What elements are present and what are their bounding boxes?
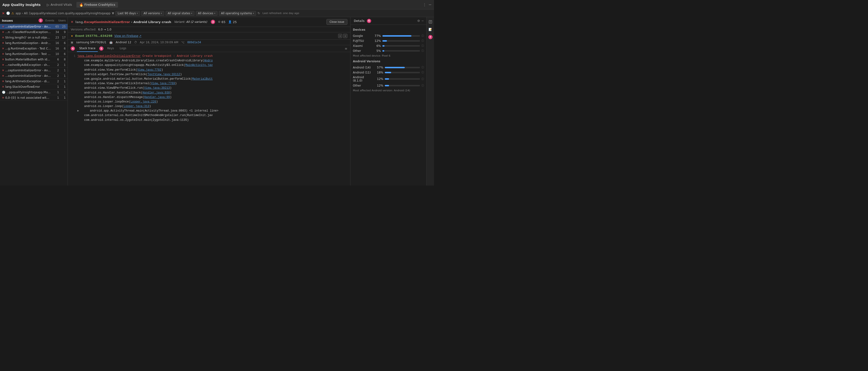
class-ref-link[interactable]: View.java:7792 <box>137 68 161 72</box>
issue-row[interactable]: ✕ String.length()' on a null object refe… <box>0 35 68 40</box>
info-icon[interactable]: ⓘ <box>422 49 424 53</box>
line-number <box>71 77 75 81</box>
commit-icon: ⌥ <box>181 41 184 44</box>
class-ref-link[interactable]: View.java:30213 <box>144 86 170 90</box>
issue-row[interactable]: 🕐 ...ppqualityinsightsqaapp.MainActivity… <box>0 90 68 95</box>
issue-row[interactable]: ✕ button.MaterialButton with id 'button'… <box>0 57 68 62</box>
panel-tab-details[interactable]: Details <box>353 19 366 23</box>
issue-users: 1 <box>60 69 66 72</box>
stack-line: com.android.internal.os.RuntimeInit$Meth… <box>71 113 347 118</box>
issue-text: lang.RuntimeException - Android Library … <box>5 41 51 45</box>
device-name-label: Other <box>353 49 372 53</box>
stack-line: com.google.android.material.button.Mater… <box>71 77 347 81</box>
issue-row[interactable]: ✕ lang.ArithmeticException - divide by z… <box>0 79 68 84</box>
timestamp: Apr 18, 2024, 10:39:09 AM <box>140 41 179 44</box>
trace-filter-icon[interactable]: ≡ <box>345 47 347 50</box>
issue-row[interactable]: ✕ ...n - ClassNotFoundException at java … <box>0 30 68 35</box>
device-row: FUJITSU 12% ⓘ <box>353 38 424 43</box>
issue-users: 1 <box>60 74 66 77</box>
stack-line: android.os.Handler.handleCallback(Handle… <box>71 91 347 95</box>
info-icon[interactable]: ⓘ <box>422 44 424 47</box>
info-icon[interactable]: ⓘ <box>422 39 424 42</box>
info-icon[interactable]: ⓘ <box>422 71 424 74</box>
users-col-label: Users <box>55 19 66 22</box>
issue-row[interactable]: ✕ lang.RuntimeException - Test Crash vcs… <box>0 52 68 57</box>
progress-bar <box>385 72 420 73</box>
issue-events: 2 <box>52 69 59 72</box>
filter-last-90-days[interactable]: Last 90 days ▾ <box>115 11 140 16</box>
issue-row[interactable]: ✕ 0,0-{0} is not associated with a Fragm… <box>0 95 68 101</box>
issue-row[interactable]: ✕ lang.StackOverflowError 1 1 <box>0 84 68 90</box>
class-ref-link[interactable]: MainActivity.jav <box>185 64 213 67</box>
tab-android-vitals[interactable]: ▷ Android Vitals <box>44 2 75 8</box>
class-ref-link[interactable]: Looper.java:226 <box>130 100 156 103</box>
tab-logs[interactable]: Logs <box>117 45 129 52</box>
line-number <box>71 86 75 90</box>
progress-bar <box>385 78 420 80</box>
more-icon[interactable]: ⋮ <box>423 2 427 7</box>
issue-events: 65 <box>52 25 59 28</box>
issue-row[interactable]: ✕ ...g.RuntimeException - Test Crash new… <box>0 46 68 52</box>
filter-operating-systems[interactable]: All operating systems ▾ <box>219 11 256 16</box>
issue-row[interactable]: ✕ ...ceptionInInitializerError - Android… <box>0 68 68 73</box>
tab-keys[interactable]: Keys <box>105 45 116 52</box>
filter-signal-states[interactable]: All signal states ▾ <box>165 11 194 16</box>
progress-bar <box>382 40 420 42</box>
panel-minimize-icon[interactable]: − <box>422 19 424 23</box>
minimize-icon[interactable]: − <box>429 2 432 7</box>
external-link-icon: ↗ <box>139 34 141 38</box>
class-ref-link[interactable]: View.java:7769 <box>151 82 175 85</box>
issue-text: String.length()' on a null object refere… <box>5 36 51 39</box>
next-event-button[interactable]: › <box>343 34 347 38</box>
info-icon[interactable]: ⓘ <box>422 66 424 69</box>
most-affected-device: Most affected device: Pixel 6 <box>353 54 424 57</box>
versions-value: 6.0 → 1.0 <box>98 28 111 31</box>
filter-all-versions[interactable]: All versions ▾ <box>141 11 164 16</box>
devices-section-title: Devices <box>353 28 424 31</box>
issue-text: ...n - ClassNotFoundException at java li… <box>5 30 51 34</box>
issue-title: lang.ExceptionInInitializerError - Andro… <box>75 20 171 24</box>
error-icon: ✕ <box>2 96 4 99</box>
class-ref-link[interactable]: TextView.java:16112 <box>148 73 180 76</box>
class-ref-link[interactable]: MaterialButt <box>192 77 213 80</box>
view-on-firebase-link[interactable]: View on Firebase ↗ <box>114 34 141 38</box>
chevron-down-icon: ▾ <box>161 12 162 14</box>
close-issue-button[interactable]: Close issue <box>327 19 347 25</box>
prev-event-button[interactable]: ‹ <box>338 34 342 38</box>
info-icon[interactable]: ⓘ <box>422 34 424 38</box>
class-ref-link[interactable]: Andro <box>204 59 213 62</box>
sidebar-details-icon[interactable] <box>428 19 433 25</box>
class-ref-link[interactable]: Handler.java:938 <box>143 91 170 94</box>
info-icon[interactable]: ⓘ <box>422 77 424 81</box>
class-ref-link[interactable]: Looper.java:313 <box>123 105 149 108</box>
issue-detail-header: ✕ lang.ExceptionInInitializerError - And… <box>68 17 350 27</box>
issue-row[interactable]: ✕ lang.RuntimeException - Android Librar… <box>0 40 68 46</box>
line-number <box>71 109 75 113</box>
device-name-label: FUJITSU <box>353 39 372 42</box>
expand-arrow[interactable]: ▶ <box>77 109 81 113</box>
issues-panel: Issues 2 Events Users ✕ ...ceptionInInit… <box>0 17 68 186</box>
tab-stack-trace[interactable]: Stack trace <box>77 45 98 52</box>
panel-actions: ⚙ − <box>417 19 424 23</box>
issue-row[interactable]: ✕ ...rashedByAdbException - shell-induce… <box>0 62 68 68</box>
progress-bar <box>385 67 420 68</box>
tab-firebase-crashlytics[interactable]: 🔥 Firebase Crashlytics <box>76 2 118 8</box>
device-pct: 77% <box>373 34 381 38</box>
close-filter-icon[interactable]: ✕ <box>2 11 5 15</box>
issue-text: ...rashedByAdbException - shell-induced … <box>5 63 51 67</box>
info-icon[interactable]: ⓘ <box>422 84 424 87</box>
settings-icon[interactable]: ⚙ <box>417 19 420 23</box>
error-class-link[interactable]: java.lang.ExceptionInInitializerError <box>77 55 141 58</box>
filter-all-devices[interactable]: All devices ▾ <box>196 11 217 16</box>
refresh-icon[interactable]: ↻ <box>257 11 260 15</box>
class-ref-link[interactable]: Handler.java:99 <box>144 96 170 99</box>
android-vitals-icon: ▷ <box>47 3 50 7</box>
issue-row[interactable]: ✕ ...ceptionInInitializerError - Android… <box>0 24 68 30</box>
sidebar-notes-icon[interactable]: 📝 <box>428 27 433 32</box>
line-number <box>71 59 75 63</box>
issue-row[interactable]: ✕ ...ceptionInInitializerError - Android… <box>0 73 68 79</box>
issue-text: ...ppqualityinsightsqaapp.MainActivity$2… <box>6 91 51 94</box>
stack-line: com.example.appqualityinsightsqaapp.Main… <box>71 63 347 68</box>
breadcrumb-chevron[interactable]: ▼ <box>112 12 114 15</box>
issue-users: 6 <box>60 52 66 56</box>
